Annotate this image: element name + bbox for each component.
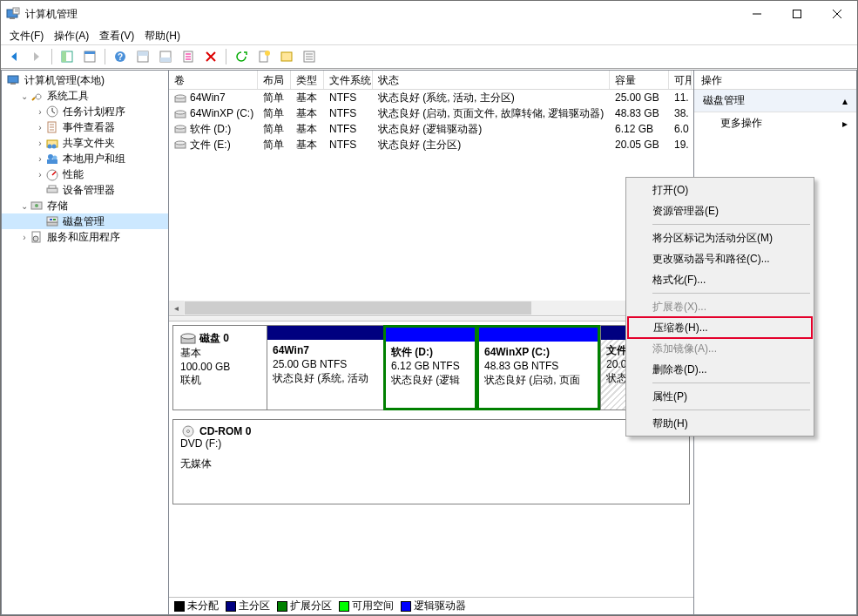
legend-swatch-unallocated — [174, 601, 185, 612]
tree-root[interactable]: 计算机管理(本地) — [2, 72, 168, 88]
computer-icon — [7, 73, 21, 87]
menu-action[interactable]: 操作(A) — [49, 27, 94, 45]
ctx-change-drive[interactable]: 更改驱动器号和路径(C)... — [628, 248, 812, 269]
delete-button[interactable] — [201, 47, 220, 66]
svg-rect-7 — [84, 51, 95, 54]
partition-name: 64WinXP (C:) — [484, 345, 592, 359]
svg-rect-28 — [47, 159, 57, 164]
ctx-help[interactable]: 帮助(H) — [628, 413, 812, 434]
disk-info[interactable]: CD-ROM 0 DVD (F:) 无媒体 — [173, 420, 689, 504]
ctx-open[interactable]: 打开(O) — [628, 179, 812, 200]
refresh-button[interactable] — [232, 47, 251, 66]
collapse-icon[interactable]: ⌄ — [19, 201, 30, 211]
actions-category[interactable]: 磁盘管理 ▴ — [694, 90, 856, 112]
col-capacity[interactable]: 容量 — [610, 71, 669, 89]
partition[interactable]: 软件 (D:) 6.12 GB NTFS 状态良好 (逻辑 — [383, 325, 477, 410]
col-type[interactable]: 类型 — [291, 71, 324, 89]
disk-icon — [45, 214, 59, 228]
view-bottom-button[interactable] — [156, 47, 175, 66]
tree-device-manager[interactable]: 设备管理器 — [2, 182, 168, 198]
svg-point-16 — [265, 51, 270, 56]
svg-rect-5 — [62, 51, 66, 62]
tree-disk-management[interactable]: 磁盘管理 — [2, 213, 168, 229]
performance-icon — [45, 167, 59, 181]
forward-button[interactable] — [27, 47, 46, 66]
help-button[interactable]: ? — [111, 47, 130, 66]
window-title: 计算机管理 — [25, 7, 737, 22]
scroll-thumb[interactable] — [185, 301, 531, 315]
toolbar-separator — [105, 49, 105, 64]
svg-rect-30 — [47, 188, 57, 193]
volume-type: 基本 — [291, 90, 324, 106]
toolbar: ? — [1, 44, 857, 69]
back-button[interactable] — [4, 47, 24, 66]
tools-icon — [30, 89, 44, 103]
actions-more[interactable]: 更多操作 ▸ — [694, 112, 856, 134]
menu-view[interactable]: 查看(V) — [94, 27, 139, 45]
expand-icon[interactable]: › — [35, 170, 45, 179]
expand-icon[interactable]: › — [19, 233, 30, 242]
volume-status: 状态良好 (主分区) — [373, 137, 610, 153]
col-layout[interactable]: 布局 — [258, 71, 291, 89]
disk-info[interactable]: 磁盘 0 基本 100.00 GB 联机 — [173, 326, 267, 410]
tree-local-users[interactable]: › 本地用户和组 — [2, 151, 168, 166]
legend-label: 未分配 — [187, 599, 219, 612]
volume-row[interactable]: 64Win7 简单 基本 NTFS 状态良好 (系统, 活动, 主分区) 25.… — [169, 90, 693, 105]
tree-task-scheduler[interactable]: › 任务计划程序 — [2, 104, 168, 119]
collapse-icon[interactable]: ⌄ — [19, 91, 30, 101]
legend-label: 扩展分区 — [290, 599, 332, 612]
volume-type: 基本 — [291, 137, 324, 153]
partition[interactable]: 64WinXP (C:) 48.83 GB NTFS 状态良好 (启动, 页面 — [476, 325, 600, 410]
disk-row: 磁盘 0 基本 100.00 GB 联机 64Win7 25.00 GB NTF… — [172, 325, 690, 410]
col-free[interactable]: 可用 — [669, 71, 692, 89]
maximize-button[interactable] — [777, 1, 817, 27]
context-menu: 打开(O) 资源管理器(E) 将分区标记为活动分区(M) 更改驱动器号和路径(C… — [625, 177, 814, 437]
tree-storage[interactable]: ⌄ 存储 — [2, 198, 168, 213]
partition[interactable]: 64Win7 25.00 GB NTFS 状态良好 (系统, 活动 — [267, 326, 384, 410]
svg-point-49 — [181, 334, 195, 339]
ctx-mirror: 添加镜像(A)... — [628, 338, 812, 359]
toolbar-separator — [51, 49, 52, 64]
view-top-button[interactable] — [133, 47, 152, 66]
tree-label: 本地用户和组 — [63, 152, 125, 166]
menu-help[interactable]: 帮助(H) — [139, 27, 186, 45]
expand-icon[interactable]: › — [35, 107, 45, 117]
expand-icon[interactable]: › — [35, 123, 45, 132]
action-list-button[interactable] — [300, 47, 319, 66]
tree-system-tools[interactable]: ⌄ 系统工具 — [2, 88, 168, 104]
minimize-button[interactable] — [737, 1, 777, 27]
rescan-button[interactable] — [277, 47, 296, 66]
tree-services[interactable]: › 服务和应用程序 — [2, 229, 168, 245]
ctx-explorer[interactable]: 资源管理器(E) — [628, 200, 812, 221]
cdrom-icon — [180, 425, 196, 437]
ctx-shrink[interactable]: 压缩卷(H)... — [627, 316, 813, 339]
new-button[interactable] — [254, 47, 274, 66]
ctx-delete[interactable]: 删除卷(D)... — [628, 359, 812, 380]
app-window: 计算机管理 文件(F) 操作(A) 查看(V) 帮助(H) ? — [0, 0, 858, 616]
ctx-format[interactable]: 格式化(F)... — [628, 269, 812, 290]
horizontal-scrollbar[interactable]: ◂ ▸ — [169, 301, 693, 315]
svg-point-27 — [53, 156, 57, 160]
col-volume[interactable]: 卷 — [169, 71, 258, 89]
volume-row[interactable]: 64WinXP (C:) 简单 基本 NTFS 状态良好 (启动, 页面文件, … — [169, 105, 693, 121]
scroll-left-button[interactable]: ◂ — [169, 301, 184, 315]
ctx-mark-active[interactable]: 将分区标记为活动分区(M) — [628, 227, 812, 248]
svg-rect-31 — [49, 186, 56, 188]
menu-file[interactable]: 文件(F) — [4, 27, 49, 45]
close-button[interactable] — [817, 1, 857, 27]
svg-point-33 — [35, 204, 38, 207]
volume-row[interactable]: 文件 (E:) 简单 基本 NTFS 状态良好 (主分区) 20.05 GB 1… — [169, 137, 693, 152]
ctx-properties[interactable]: 属性(P) — [628, 386, 812, 407]
tree-performance[interactable]: › 性能 — [2, 166, 168, 182]
volume-row[interactable]: 软件 (D:) 简单 基本 NTFS 状态良好 (逻辑驱动器) 6.12 GB … — [169, 121, 693, 137]
expand-icon[interactable]: › — [35, 154, 45, 164]
settings-button[interactable] — [179, 47, 198, 66]
show-hide-tree-button[interactable] — [57, 47, 77, 66]
properties-button[interactable] — [80, 47, 99, 66]
col-status[interactable]: 状态 — [373, 71, 610, 89]
expand-icon[interactable]: › — [35, 139, 45, 148]
legend-swatch-primary — [226, 601, 236, 612]
tree-event-viewer[interactable]: › 事件查看器 — [2, 119, 168, 135]
col-filesystem[interactable]: 文件系统 — [324, 71, 373, 89]
tree-shared-folders[interactable]: › 共享文件夹 — [2, 135, 168, 151]
